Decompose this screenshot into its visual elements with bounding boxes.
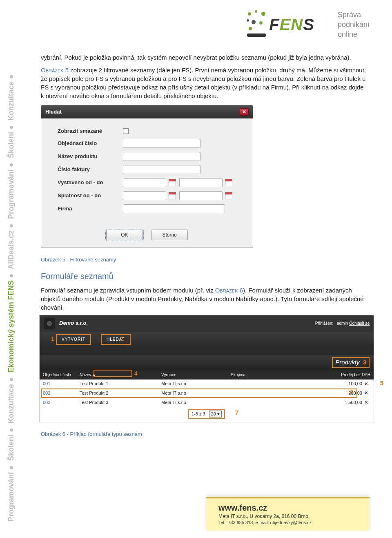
calendar-icon[interactable] xyxy=(225,192,232,199)
footer-site: www.fens.cz xyxy=(218,503,357,513)
paragraph-text: Formulář seznamu je zpravidla vstupním b… xyxy=(41,287,215,294)
delete-icon[interactable]: ✕ xyxy=(362,381,370,388)
module-title: Produkty 3 xyxy=(40,355,374,371)
svg-rect-7 xyxy=(247,33,266,37)
label-company: Firma xyxy=(58,205,123,212)
pager-pagesize-select[interactable]: 20 ▾ xyxy=(209,411,222,417)
delete-icon[interactable]: ✕ xyxy=(362,399,370,406)
tagline-line: Správa xyxy=(338,10,370,20)
product-list-screenshot: Demo s.r.o. Přihlášen: admin Odhlásit se… xyxy=(39,315,374,423)
label-order-number: Objednací číslo xyxy=(58,140,123,147)
callout-1: 1 xyxy=(51,335,54,343)
input-due-from[interactable] xyxy=(123,191,166,200)
search-dialog: Hledat ✕ Zobrazit smazané Objednací čísl… xyxy=(41,105,253,248)
page-footer: www.fens.cz Meta IT s.r.o., U vodárny 2a… xyxy=(0,497,392,538)
svg-point-1 xyxy=(255,10,257,13)
dialog-buttons: OK Storno xyxy=(41,224,253,248)
label-due-range: Splatnost od - do xyxy=(58,192,123,199)
callout-frame-4 xyxy=(94,370,132,377)
bullet-icon: ● xyxy=(7,375,15,384)
input-order-number[interactable] xyxy=(123,139,200,148)
svg-point-2 xyxy=(261,12,265,16)
input-product-name[interactable] xyxy=(123,152,200,161)
cell-order: 003 xyxy=(43,400,80,406)
footer-address: Meta IT s.r.o., U vodárny 2a, 616 00 Brn… xyxy=(218,513,357,519)
calendar-icon[interactable] xyxy=(225,179,232,186)
table-row[interactable]: 002 Test Produkt 2 Meta IT s.r.o. 200,00… xyxy=(40,388,374,398)
col-group[interactable]: Skupina xyxy=(231,372,330,378)
app-topbar: Demo s.r.o. Přihlášen: admin Odhlásit se xyxy=(40,315,374,332)
sidebar-seg: Školení xyxy=(7,435,15,461)
calendar-icon[interactable] xyxy=(169,179,176,186)
cell-price: 100,00 xyxy=(330,381,362,387)
callout-7: 7 xyxy=(235,408,238,417)
paragraph: vybrání. Pokud je položka povinná, tak s… xyxy=(41,53,368,62)
col-order-number[interactable]: Objednací číslo xyxy=(43,372,80,378)
ok-button[interactable]: OK xyxy=(106,230,143,240)
col-price[interactable]: Prodej bez DPH xyxy=(330,372,370,378)
table-header: Objednací číslo Název Výrobce Skupina Pr… xyxy=(40,371,374,380)
logout-link[interactable]: Odhlásit se xyxy=(349,321,370,326)
dialog-title: Hledat xyxy=(45,108,62,116)
cell-name: Test Produkt 3 xyxy=(80,400,161,406)
checkbox-show-deleted[interactable] xyxy=(123,128,129,134)
input-issued-from[interactable] xyxy=(123,178,166,187)
figure-caption: Obrázek 5 - Filtrované seznamy xyxy=(41,256,368,263)
label-show-deleted: Zobrazit smazané xyxy=(58,127,123,135)
logo-letter: S xyxy=(303,16,314,33)
figure-reference: Obrázek 5 xyxy=(41,67,69,74)
calendar-icon[interactable] xyxy=(169,192,176,199)
create-button[interactable]: VYTVOŘIT xyxy=(56,334,91,345)
tagline-line: podnikání xyxy=(338,20,370,29)
footer-contact-box: www.fens.cz Meta IT s.r.o., U vodárny 2a… xyxy=(206,497,370,531)
paragraph: Obrázek 5 zobrazuje 2 filtrované seznamy… xyxy=(41,66,368,100)
sidebar-seg-highlight: Ekonomický systém FENS xyxy=(7,280,15,373)
tagline: Správa podnikání online xyxy=(338,10,370,40)
logo-letter: F xyxy=(269,16,279,33)
delete-icon[interactable]: ✕ xyxy=(362,390,370,397)
svg-point-0 xyxy=(248,12,251,16)
callout-2: 2 xyxy=(120,335,124,343)
main-content: vybrání. Pokud je položka povinná, tak s… xyxy=(41,53,368,442)
cell-order: 001 xyxy=(43,381,80,387)
svg-point-4 xyxy=(252,20,256,24)
input-company[interactable] xyxy=(123,204,225,213)
col-manufacturer[interactable]: Výrobce xyxy=(161,372,231,378)
bullet-icon: ● xyxy=(7,123,15,132)
sidebar-seg: Konzultace xyxy=(7,384,15,423)
app-spacer xyxy=(40,347,374,355)
dialog-body: Zobrazit smazané Objednací číslo Název p… xyxy=(41,118,253,224)
pager: 1-3 z 3 20 ▾ 7 xyxy=(40,407,374,422)
bullet-icon: ● xyxy=(7,221,15,230)
tagline-line: online xyxy=(338,29,370,39)
input-due-to[interactable] xyxy=(179,191,223,200)
search-button[interactable]: HLEDAT xyxy=(101,334,131,345)
svg-point-6 xyxy=(249,27,252,30)
input-invoice-number[interactable] xyxy=(123,165,200,174)
table-row[interactable]: 003 Test Produkt 3 Meta IT s.r.o. 1 500,… xyxy=(40,398,374,407)
cell-name: Test Produkt 1 xyxy=(80,381,161,387)
app-toolbar: 1 VYTVOŘIT HLEDAT 2 xyxy=(40,332,374,347)
callout-frame-6 xyxy=(41,388,357,398)
close-icon[interactable]: ✕ xyxy=(240,108,249,116)
table-body: 001 Test Produkt 1 Meta IT s.r.o. 100,00… xyxy=(40,380,374,407)
paragraph: Formulář seznamu je zpravidla vstupním b… xyxy=(41,286,368,312)
svg-point-5 xyxy=(259,21,263,25)
module-title-text: Produkty xyxy=(335,359,359,366)
login-prefix: Přihlášen: xyxy=(315,321,333,326)
logo-mark-icon xyxy=(245,8,269,41)
cell-manufacturer: Meta IT s.r.o. xyxy=(161,381,231,387)
sidebar-seg: Školení xyxy=(7,132,15,158)
company-logo-icon xyxy=(44,318,55,329)
bullet-icon: ● xyxy=(7,463,15,472)
svg-point-3 xyxy=(247,19,249,22)
cancel-button[interactable]: Storno xyxy=(151,230,188,240)
bullet-icon: ● xyxy=(7,72,15,81)
table-row[interactable]: 001 Test Produkt 1 Meta IT s.r.o. 100,00… xyxy=(40,380,374,389)
input-issued-to[interactable] xyxy=(179,178,223,187)
label-invoice-number: Číslo faktury xyxy=(58,166,123,173)
figure-reference-link[interactable]: Obrázek 6 xyxy=(215,287,243,294)
callout-frame-7: 1-3 z 3 20 ▾ xyxy=(188,409,225,419)
sidebar-seg: AllDeals.cz xyxy=(7,230,15,269)
company-name: Demo s.r.o. xyxy=(59,319,88,327)
